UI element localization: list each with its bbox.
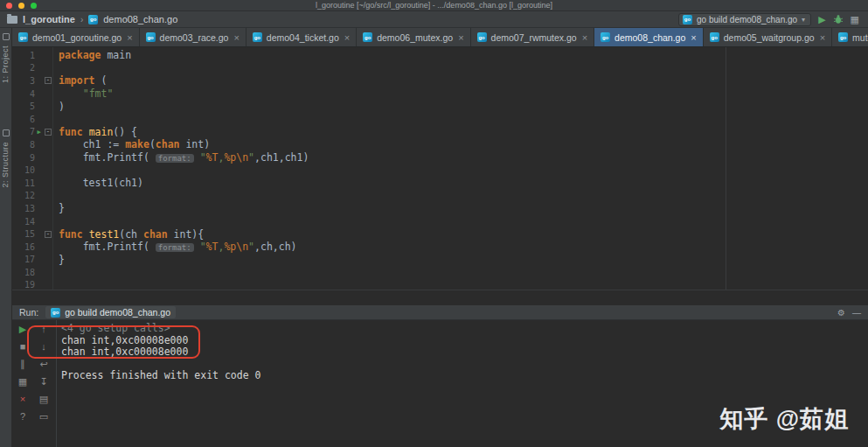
fold-marker-icon[interactable]: -	[45, 129, 52, 136]
close-tab-icon[interactable]: ×	[127, 32, 132, 43]
line-number: 16	[12, 242, 35, 252]
editor-tab[interactable]: godemo03_race.go×	[140, 28, 247, 46]
editor-tab[interactable]: godemo05_waitgroup.go×	[704, 28, 832, 46]
code-editor[interactable]: 1package main23-import (4 "fmt"5)67▶-fun…	[12, 47, 868, 290]
close-tab-icon[interactable]: ×	[344, 32, 350, 43]
editor-tab-bar: godemo01_goroutine.go×godemo03_race.go×g…	[12, 28, 868, 47]
console-line: chan int,0xc00008e000	[61, 335, 868, 347]
print-button[interactable]: ▤	[39, 394, 48, 405]
down-stack-button[interactable]: ↓	[41, 341, 46, 353]
project-tool-icon[interactable]	[3, 33, 10, 40]
line-number: 14	[12, 217, 35, 227]
editor-tab[interactable]: godemo06_mutex.go×	[357, 28, 470, 46]
up-stack-button[interactable]: ↑	[41, 324, 46, 335]
fold-marker-icon[interactable]: -	[45, 231, 52, 238]
rerun-button[interactable]: ▶	[19, 324, 26, 335]
go-file-icon: go	[146, 32, 156, 42]
editor-tab[interactable]: gomutex.go×	[832, 28, 868, 46]
editor-tab[interactable]: godemo04_ticket.go×	[247, 28, 357, 46]
pause-output-button[interactable]: ∥	[20, 359, 25, 370]
line-number: 18	[12, 268, 35, 277]
line-number: 15	[12, 229, 35, 239]
tab-label: mutex.go	[852, 32, 868, 43]
line-number: 19	[12, 280, 35, 290]
close-tab-icon[interactable]: ×	[691, 32, 696, 43]
help-button[interactable]: ?	[20, 411, 25, 423]
editor-tab[interactable]: godemo08_chan.go×	[594, 28, 704, 46]
console-output[interactable]: <4 go setup calls>chan int,0xc00008e000c…	[61, 323, 868, 382]
scroll-end-button[interactable]: ↧	[39, 376, 47, 388]
structure-tool-icon[interactable]	[3, 129, 10, 136]
code-line: 14	[12, 215, 868, 228]
run-configuration-select[interactable]: go go build demo08_chan.go ▾	[678, 13, 811, 26]
chevron-right-icon: ›	[80, 15, 83, 24]
line-number: 13	[12, 204, 35, 213]
code-line: 17}	[12, 254, 868, 267]
console-separator	[56, 320, 57, 447]
run-gutter-icon[interactable]: ▶	[35, 129, 43, 136]
code-line: 18	[12, 266, 868, 279]
settings-gear-icon[interactable]: ⚙	[837, 308, 845, 318]
code-line: 8 ch1 := make(chan int)	[12, 138, 868, 151]
code-line: 4 "fmt"	[12, 87, 868, 101]
code-line: 16 fmt.Printf( format: "%T,%p\n",ch,ch)	[12, 241, 868, 254]
tab-label: demo04_ticket.go	[267, 32, 339, 43]
breadcrumb-project[interactable]: l_goroutine	[23, 14, 75, 24]
title-bar: l_goroutine [~/go/src/l_goroutine] - ...…	[0, 0, 868, 11]
project-folder-icon	[7, 16, 17, 24]
go-file-icon: go	[253, 32, 262, 42]
close-tab-icon[interactable]: ×	[458, 32, 463, 43]
ide-window: l_goroutine [~/go/src/l_goroutine] - ...…	[0, 0, 868, 447]
navigation-bar: l_goroutine › go demo08_chan.go go go bu…	[0, 11, 868, 28]
close-button[interactable]: ×	[20, 394, 25, 405]
run-toolbar-right: ↑↓↩↧▤▭	[35, 324, 52, 423]
line-number: 17	[12, 255, 35, 264]
editor-tab[interactable]: godemo01_goroutine.go×	[12, 28, 140, 46]
breadcrumb-file[interactable]: demo08_chan.go	[103, 14, 177, 24]
line-number: 2	[12, 63, 35, 73]
bug-icon	[833, 14, 844, 24]
stop-button[interactable]: ■	[20, 341, 26, 353]
code-line: 5)	[12, 100, 868, 113]
code-line: 6	[12, 113, 868, 126]
clear-button[interactable]: ▭	[39, 411, 48, 423]
code-line: 1package main	[12, 49, 868, 62]
tool-button-structure[interactable]: 2: Structure	[1, 142, 10, 188]
go-file-icon: go	[710, 32, 719, 42]
tab-label: demo03_race.go	[160, 32, 229, 43]
run-tab-label: go build demo08_chan.go	[65, 307, 170, 318]
tab-label: demo06_mutex.go	[377, 32, 453, 43]
hide-panel-icon[interactable]: —	[852, 308, 861, 318]
editor-bottom-strip	[12, 290, 868, 305]
line-number: 11	[12, 178, 35, 188]
run-tab[interactable]: go go build demo08_chan.go	[45, 306, 176, 318]
left-tool-strip: 1: Project 2: Structure	[0, 28, 12, 447]
tool-button-project[interactable]: 1: Project	[1, 45, 10, 83]
run-panel-header: Run: go go build demo08_chan.go ⚙ —	[12, 305, 868, 320]
run-button[interactable]: ▶	[818, 15, 825, 24]
tab-label: demo01_goroutine.go	[32, 32, 122, 43]
code-line: 9 fmt.Printf( format: "%T,%p\n",ch1,ch1)	[12, 151, 868, 164]
debug-button[interactable]	[833, 14, 844, 24]
code-line: 15-func test1(ch chan int){	[12, 227, 868, 241]
soft-wrap-button[interactable]: ↩	[39, 359, 47, 370]
close-tab-icon[interactable]: ×	[820, 32, 825, 43]
line-number: 6	[12, 115, 35, 124]
close-tab-icon[interactable]: ×	[582, 32, 587, 43]
go-build-icon: go	[683, 15, 692, 24]
fold-marker-icon[interactable]: -	[45, 77, 52, 84]
line-number: 4	[12, 89, 35, 99]
close-tab-icon[interactable]: ×	[233, 32, 239, 43]
code-line: 2	[12, 62, 868, 75]
restore-layout-button[interactable]: ▦	[18, 376, 27, 388]
breadcrumb: l_goroutine › go demo08_chan.go	[0, 14, 177, 24]
line-number: 1	[12, 51, 35, 60]
coverage-button[interactable]: ▦	[851, 15, 859, 24]
line-number: 7	[12, 127, 35, 136]
console-line: Process finished with exit code 0	[61, 370, 868, 382]
code-line: 10	[12, 164, 868, 177]
run-toolbar: go go build demo08_chan.go ▾ ▶ ▦	[678, 13, 868, 26]
tab-strip: godemo01_goroutine.go×godemo03_race.go×g…	[12, 28, 868, 46]
code-lines: 1package main23-import (4 "fmt"5)67▶-fun…	[12, 49, 868, 290]
editor-tab[interactable]: godemo07_rwmutex.go×	[471, 28, 595, 46]
